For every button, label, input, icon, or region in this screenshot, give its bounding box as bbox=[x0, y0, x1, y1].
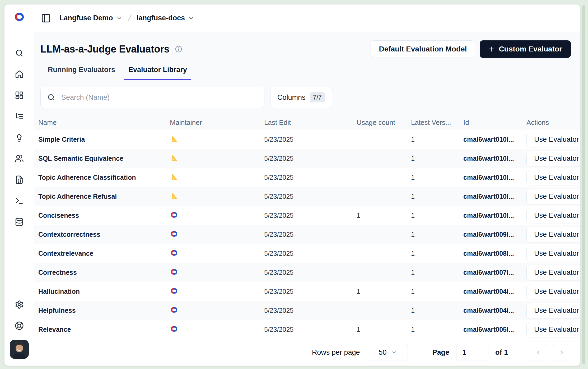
usage-count: 1 bbox=[357, 326, 411, 333]
ragas-maintainer-icon bbox=[170, 135, 178, 143]
table-row[interactable]: Helpfulness 5/23/2025 1 cmal6wart004l...… bbox=[34, 301, 580, 320]
use-evaluator-button[interactable]: Use Evaluator bbox=[526, 132, 580, 147]
maintainer-cell bbox=[170, 268, 264, 278]
dashboards-icon[interactable] bbox=[15, 91, 24, 100]
table-row[interactable]: Simple Criteria 5/23/2025 1 cmal6wart010… bbox=[34, 130, 580, 149]
latest-version: 1 bbox=[411, 231, 463, 238]
table-row[interactable]: Contextrelevance 5/23/2025 1 cmal6wart00… bbox=[34, 244, 580, 263]
langfuse-logo-icon[interactable] bbox=[13, 11, 25, 23]
table-row[interactable]: Relevance 5/23/2025 1 1 cmal6wart005l...… bbox=[34, 320, 580, 339]
actions-cell: Use Evaluator bbox=[526, 265, 580, 280]
maintainer-cell bbox=[170, 211, 264, 221]
latest-version: 1 bbox=[411, 155, 463, 162]
sidebar-toggle-icon[interactable] bbox=[41, 13, 51, 23]
next-page-button[interactable] bbox=[553, 344, 570, 361]
users-icon[interactable] bbox=[15, 154, 24, 163]
tab-evaluator-library[interactable]: Evaluator Library bbox=[124, 66, 191, 80]
breadcrumb-separator: / bbox=[127, 13, 132, 23]
user-avatar[interactable] bbox=[10, 340, 29, 359]
evaluation-icon[interactable] bbox=[15, 133, 24, 142]
org-name: Langfuse Demo bbox=[59, 14, 113, 22]
ragas-maintainer-icon bbox=[170, 192, 178, 200]
page-title: LLM-as-a-Judge Evaluators bbox=[40, 44, 170, 55]
columns-count-badge: 7/7 bbox=[310, 92, 325, 102]
usage-count: 1 bbox=[357, 212, 411, 219]
evaluator-name: Correctness bbox=[38, 269, 170, 276]
evaluator-name: Relevance bbox=[38, 326, 170, 333]
previous-page-button[interactable] bbox=[530, 344, 547, 361]
table-body: Simple Criteria 5/23/2025 1 cmal6wart010… bbox=[34, 130, 580, 339]
last-edit: 5/23/2025 bbox=[264, 250, 357, 257]
column-header-name: Name bbox=[38, 119, 170, 127]
topbar: Langfuse Demo / langfuse-docs bbox=[34, 4, 580, 32]
langfuse-maintainer-icon bbox=[170, 306, 178, 314]
use-evaluator-button[interactable]: Use Evaluator bbox=[526, 284, 580, 299]
langfuse-maintainer-icon bbox=[170, 249, 178, 257]
table-row[interactable]: Conciseness 5/23/2025 1 1 cmal6wart010l.… bbox=[34, 206, 580, 225]
evaluator-id: cmal6wart005l... bbox=[463, 326, 526, 333]
maintainer-cell bbox=[170, 325, 264, 335]
tab-running-evaluators[interactable]: Running Evaluators bbox=[44, 66, 119, 80]
custom-evaluator-button[interactable]: + Custom Evaluator bbox=[480, 40, 571, 58]
use-evaluator-button[interactable]: Use Evaluator bbox=[526, 303, 580, 318]
playground-json-icon[interactable] bbox=[15, 175, 24, 184]
ragas-maintainer-icon bbox=[170, 173, 178, 181]
evaluator-name: Simple Criteria bbox=[38, 136, 170, 143]
breadcrumb-project[interactable]: langfuse-docs bbox=[137, 14, 194, 22]
use-evaluator-button[interactable]: Use Evaluator bbox=[526, 151, 580, 166]
use-evaluator-button[interactable]: Use Evaluator bbox=[526, 246, 580, 261]
page-number-input[interactable] bbox=[456, 344, 488, 361]
home-icon[interactable] bbox=[15, 70, 24, 79]
table-row[interactable]: Topic Adherence Classification 5/23/2025… bbox=[34, 168, 580, 187]
use-evaluator-button[interactable]: Use Evaluator bbox=[526, 265, 580, 280]
last-edit: 5/23/2025 bbox=[264, 231, 357, 238]
info-icon[interactable] bbox=[175, 45, 182, 53]
tab-bar: Running Evaluators Evaluator Library bbox=[40, 66, 571, 80]
search-icon[interactable] bbox=[15, 49, 24, 58]
actions-cell: Use Evaluator bbox=[526, 284, 580, 299]
use-evaluator-button[interactable]: Use Evaluator bbox=[526, 170, 580, 185]
terminal-icon[interactable] bbox=[15, 196, 24, 205]
tracing-icon[interactable] bbox=[15, 112, 24, 121]
evaluator-id: cmal6wart010l... bbox=[463, 212, 526, 219]
use-evaluator-button[interactable]: Use Evaluator bbox=[526, 227, 580, 242]
rows-per-page-select[interactable]: 50 bbox=[368, 344, 408, 361]
langfuse-maintainer-icon bbox=[170, 325, 178, 333]
last-edit: 5/23/2025 bbox=[264, 269, 357, 276]
evaluator-id: cmal6wart008l... bbox=[463, 250, 526, 257]
default-evaluation-model-button[interactable]: Default Evaluation Model bbox=[371, 40, 475, 58]
settings-gear-icon[interactable] bbox=[15, 300, 24, 309]
latest-version: 1 bbox=[411, 174, 463, 181]
langfuse-maintainer-icon bbox=[170, 287, 178, 295]
use-evaluator-button[interactable]: Use Evaluator bbox=[526, 322, 580, 337]
support-lifebuoy-icon[interactable] bbox=[15, 321, 24, 330]
evaluator-name: Topic Adherence Classification bbox=[38, 174, 170, 181]
table-row[interactable]: SQL Semantic Equivalence 5/23/2025 1 cma… bbox=[34, 149, 580, 168]
rows-per-page-label: Rows per page bbox=[312, 348, 360, 357]
table-row[interactable]: Hallucination 5/23/2025 1 1 cmal6wart004… bbox=[34, 282, 580, 301]
use-evaluator-button[interactable]: Use Evaluator bbox=[526, 189, 580, 204]
main-content: Langfuse Demo / langfuse-docs LLM-as-a-J… bbox=[34, 4, 580, 366]
chevron-left-icon bbox=[535, 349, 542, 356]
search-input[interactable] bbox=[61, 93, 258, 102]
use-evaluator-button[interactable]: Use Evaluator bbox=[526, 208, 580, 223]
table-row[interactable]: Topic Adherence Refusal 5/23/2025 1 cmal… bbox=[34, 187, 580, 206]
custom-evaluator-label: Custom Evaluator bbox=[499, 45, 562, 53]
last-edit: 5/23/2025 bbox=[264, 212, 357, 219]
table-row[interactable]: Correctness 5/23/2025 1 cmal6wart007l...… bbox=[34, 263, 580, 282]
breadcrumb-org[interactable]: Langfuse Demo bbox=[59, 14, 123, 22]
column-header-id: Id bbox=[463, 119, 526, 127]
maintainer-cell bbox=[170, 230, 264, 240]
langfuse-maintainer-icon bbox=[170, 230, 178, 238]
evaluator-id: cmal6wart010l... bbox=[463, 174, 526, 181]
actions-cell: Use Evaluator bbox=[526, 322, 580, 337]
table-row[interactable]: Contextcorrectness 5/23/2025 1 cmal6wart… bbox=[34, 225, 580, 244]
window-scrollbar[interactable] bbox=[582, 5, 585, 364]
datasets-icon[interactable] bbox=[15, 217, 24, 226]
sidebar bbox=[4, 4, 34, 366]
latest-version: 1 bbox=[411, 193, 463, 200]
columns-button[interactable]: Columns 7/7 bbox=[270, 87, 332, 108]
evaluator-name: Helpfulness bbox=[38, 307, 170, 314]
last-edit: 5/23/2025 bbox=[264, 155, 357, 162]
column-header-maintainer: Maintainer bbox=[170, 119, 264, 127]
